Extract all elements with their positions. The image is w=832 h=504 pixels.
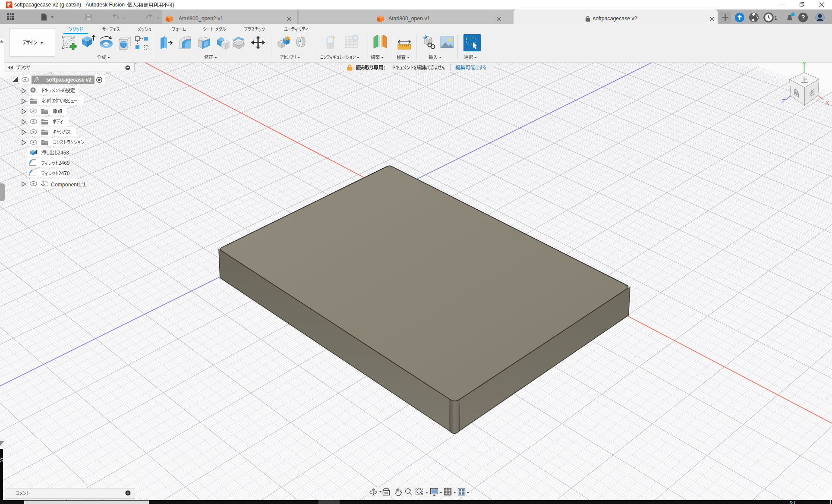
svg-text:?: ? — [801, 14, 805, 21]
svg-text:FUS: FUS — [8, 6, 10, 8]
